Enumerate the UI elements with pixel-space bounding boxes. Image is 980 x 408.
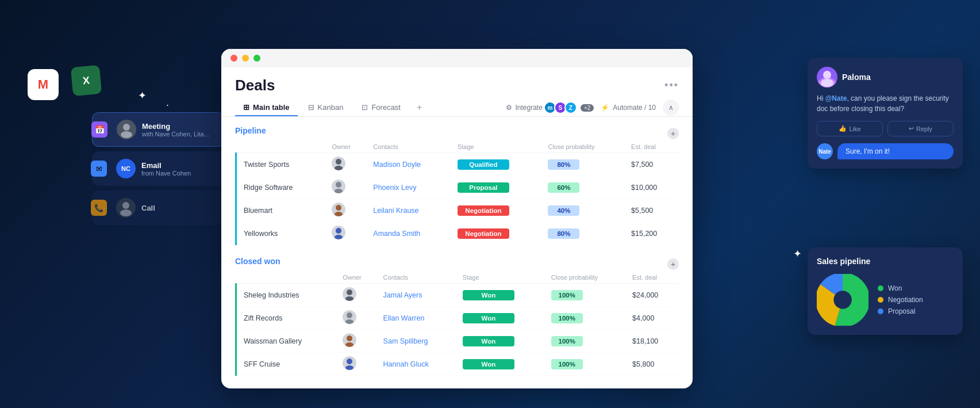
owner-cell xyxy=(327,222,368,245)
contact-cell[interactable]: Hannah Gluck xyxy=(379,353,458,376)
prob-cell: 100% xyxy=(547,307,628,330)
owner-avatar xyxy=(332,157,345,170)
stage-badge: Won xyxy=(463,336,514,346)
stage-badge: Won xyxy=(463,290,514,300)
pipeline-table: Owner Contacts Stage Close probability E… xyxy=(235,141,679,245)
excel-icon: X xyxy=(71,65,102,96)
chat-header: Paloma xyxy=(817,67,954,87)
deal-cell: $24,000 xyxy=(628,284,679,307)
contact-cell[interactable]: Ellan Warren xyxy=(379,307,458,330)
contact-cell[interactable]: Jamal Ayers xyxy=(379,284,458,307)
integration-icon-3: Z xyxy=(564,101,577,114)
prob-badge: 100% xyxy=(551,313,583,323)
prob-cell: 100% xyxy=(547,284,628,307)
svg-point-21 xyxy=(823,71,831,79)
svg-point-14 xyxy=(347,312,352,318)
cw-col-company xyxy=(236,272,339,284)
prob-cell: 40% xyxy=(543,199,627,222)
window-dot-minimize[interactable] xyxy=(242,55,249,62)
stage-cell: Won xyxy=(458,307,547,330)
cw-col-stage: Stage xyxy=(458,272,547,284)
contact-link[interactable]: Amanda Smith xyxy=(373,230,420,238)
forecast-icon: ⊡ xyxy=(362,103,368,112)
contact-link[interactable]: Ellan Warren xyxy=(383,314,425,322)
tab-main-table[interactable]: ⊞ Main table xyxy=(235,100,298,116)
more-options-button[interactable]: ••• xyxy=(664,79,679,91)
main-table-icon: ⊞ xyxy=(243,103,249,112)
cw-col-deal: Est. deal xyxy=(628,272,679,284)
tab-kanban[interactable]: ⊟ Kanban xyxy=(300,100,352,116)
prob-badge: 100% xyxy=(551,290,583,300)
deal-cell: $5,500 xyxy=(627,199,679,222)
contact-link[interactable]: Leilani Krause xyxy=(373,207,418,215)
owner-avatar xyxy=(332,226,345,239)
window-dot-maximize[interactable] xyxy=(253,55,260,62)
add-tab-button[interactable]: + xyxy=(411,99,428,116)
legend-won-dot xyxy=(878,285,883,291)
closed-won-row[interactable]: Sheleg Industries Jamal Ayers Won 100% $… xyxy=(236,284,679,307)
email-avatar: NC xyxy=(116,159,136,178)
contact-link[interactable]: Sam Spillberg xyxy=(383,337,428,345)
crm-body: Pipeline + Owner Contacts Stage Close pr… xyxy=(221,117,693,382)
reply-button[interactable]: ↩ Reply xyxy=(887,121,954,136)
add-closed-won-row-button[interactable]: + xyxy=(667,258,679,270)
sales-pipeline-panel: Sales pipeline Won Negotiation Proposal xyxy=(808,247,963,335)
tab-actions: ⚙ Integrate m S Z +2 ⚡ Automate / 10 ∧ xyxy=(506,100,679,116)
like-button[interactable]: 👍 Like xyxy=(817,121,883,136)
contact-link[interactable]: Phoenix Levy xyxy=(373,184,416,192)
company-name: Sheleg Industries xyxy=(236,284,339,307)
chat-sender-name: Paloma xyxy=(842,73,871,82)
contact-cell[interactable]: Sam Spillberg xyxy=(379,330,458,353)
company-name: SFF Cruise xyxy=(236,353,339,376)
chat-actions: 👍 Like ↩ Reply xyxy=(817,121,954,136)
svg-point-11 xyxy=(335,235,343,239)
contact-link[interactable]: Hannah Gluck xyxy=(383,360,429,368)
pipeline-title: Pipeline xyxy=(235,126,266,135)
chat-panel: Paloma Hi @Nate, can you please sign the… xyxy=(808,58,963,169)
prob-cell: 100% xyxy=(547,330,628,353)
window-toolbar xyxy=(221,49,693,67)
stage-badge: Won xyxy=(463,313,514,323)
pipeline-row[interactable]: Twister Sports Madison Doyle Qualified 8… xyxy=(236,153,679,176)
owner-avatar xyxy=(343,287,356,301)
prob-badge: 80% xyxy=(548,228,579,239)
contact-cell[interactable]: Madison Doyle xyxy=(368,153,453,176)
timeline-item-call[interactable]: 📞 Call xyxy=(92,190,224,225)
col-deal: Est. deal xyxy=(627,141,679,153)
pipeline-row[interactable]: Ridge Software Phoenix Levy Proposal 60%… xyxy=(236,176,679,199)
prob-cell: 100% xyxy=(547,353,628,376)
contact-cell[interactable]: Phoenix Levy xyxy=(368,176,453,199)
owner-cell xyxy=(327,176,368,199)
closed-won-row[interactable]: Waissman Gallery Sam Spillberg Won 100% … xyxy=(236,330,679,353)
closed-won-row[interactable]: Zift Records Ellan Warren Won 100% $4,00… xyxy=(236,307,679,330)
email-content: Email from Nave Cohen xyxy=(141,161,191,177)
closed-won-row[interactable]: SFF Cruise Hannah Gluck Won 100% $5,800 xyxy=(236,353,679,376)
tab-forecast[interactable]: ⊡ Forecast xyxy=(353,100,409,116)
timeline-item-meeting[interactable]: 📅 Meeting with Nave Cohen, Lita... xyxy=(92,112,224,147)
closed-won-table: Owner Contacts Stage Close probability E… xyxy=(235,272,679,376)
meeting-content: Meeting with Nave Cohen, Lita... xyxy=(142,122,209,138)
contact-link[interactable]: Jamal Ayers xyxy=(383,291,422,299)
contact-cell[interactable]: Amanda Smith xyxy=(368,222,453,245)
window-dot-close[interactable] xyxy=(230,55,237,62)
add-pipeline-row-button[interactable]: + xyxy=(667,128,679,139)
contact-cell[interactable]: Leilani Krause xyxy=(368,199,453,222)
collapse-button[interactable]: ∧ xyxy=(663,100,679,116)
integrate-button[interactable]: ⚙ Integrate m S Z +2 xyxy=(506,101,594,114)
page-title: Deals xyxy=(235,77,275,94)
company-name: Ridge Software xyxy=(236,176,328,199)
crm-window: Deals ••• ⊞ Main table ⊟ Kanban ⊡ Foreca… xyxy=(221,49,693,388)
svg-point-2 xyxy=(122,202,129,209)
stage-cell: Won xyxy=(458,330,547,353)
stage-badge: Negotiation xyxy=(458,205,509,216)
pipeline-row[interactable]: Yelloworks Amanda Smith Negotiation 80% … xyxy=(236,222,679,245)
contact-link[interactable]: Madison Doyle xyxy=(373,161,421,169)
cw-col-owner: Owner xyxy=(338,272,378,284)
col-company xyxy=(236,141,328,153)
integrate-wheel-icon: ⚙ xyxy=(506,104,512,112)
timeline-item-email[interactable]: ✉ NC Email from Nave Cohen xyxy=(92,151,224,186)
star-decoration-3: • xyxy=(167,102,168,108)
pipeline-row[interactable]: Bluemart Leilani Krause Negotiation 40% … xyxy=(236,199,679,222)
automate-button[interactable]: ⚡ Automate / 10 xyxy=(601,104,656,112)
reply-icon: ↩ xyxy=(909,125,914,132)
